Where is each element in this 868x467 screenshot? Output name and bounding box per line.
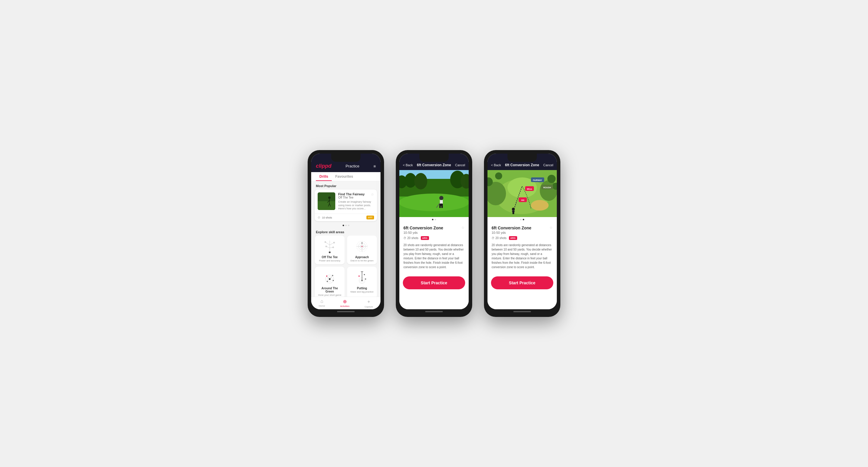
skill-card-atg[interactable]: Around The Green Hone your short game [315, 267, 345, 297]
clock-icon: ⏱ [318, 216, 320, 219]
skill-putting-desc: Make and lag practice [349, 291, 375, 293]
capture-icon: ＋ [366, 299, 371, 305]
golf-image-placeholder [318, 192, 335, 210]
phone-notch [331, 154, 361, 162]
featured-drill-footer: ⏱ 10 shots OTT [315, 213, 377, 221]
drill-description-3: 20 shots are randomly generated at dista… [492, 243, 553, 269]
phone-notch-2 [419, 154, 449, 162]
detail-title-2: 6ft Conversion Zone [417, 163, 451, 167]
cancel-button-2[interactable]: Cancel [455, 163, 465, 167]
dot-d2-1 [432, 219, 433, 220]
phone-notch-3 [507, 154, 537, 162]
home-indicator-3 [513, 311, 531, 312]
svg-rect-1 [318, 201, 335, 210]
activities-icon: ⊕ [343, 299, 347, 304]
screen-2: < Back 6ft Conversion Zone Cancel [399, 154, 469, 309]
featured-drill-desc: Create an imaginary fairway using trees … [338, 200, 374, 210]
nav-home[interactable]: ⌂ Home [319, 299, 325, 308]
svg-point-74 [512, 208, 515, 210]
featured-drill-info: Find The Fairway Off The Tee ☆ Create an… [338, 192, 374, 210]
home-label: Home [319, 305, 325, 307]
svg-point-49 [439, 196, 443, 200]
detail-content-3: Hit Miss FAIRWAY ROUGH [488, 170, 557, 309]
skill-card-putting[interactable]: Putting Make and lag practice [347, 267, 377, 297]
drill-title-2: 6ft Conversion Zone [403, 226, 443, 230]
featured-card-body: Find The Fairway Off The Tee ☆ Create an… [315, 190, 377, 213]
clock-icon-2: ⏱ [403, 236, 406, 240]
svg-point-37 [359, 275, 360, 277]
atg-icon [321, 270, 339, 285]
explore-label: Explore skill areas [311, 227, 380, 236]
screen-3: < Back 6ft Conversion Zone Cancel [488, 154, 557, 309]
phone-3: < Back 6ft Conversion Zone Cancel [484, 150, 560, 317]
svg-point-38 [364, 274, 365, 275]
detail-dots-3 [488, 217, 557, 222]
start-practice-button-2[interactable]: Start Practice [403, 276, 465, 289]
home-icon: ⌂ [320, 299, 323, 304]
start-practice-button-3[interactable]: Start Practice [491, 276, 553, 289]
svg-point-39 [365, 278, 366, 279]
svg-line-10 [330, 243, 334, 245]
svg-rect-75 [513, 210, 514, 214]
most-popular-label: Most Popular [311, 181, 380, 190]
svg-point-58 [531, 200, 549, 210]
tabs-bar: Drills Favourites [311, 172, 380, 181]
header-title: Practice [346, 164, 360, 168]
tag-arg-3: ARG [509, 236, 517, 240]
drill-meta-2: ⏱ 20 shots ARG [403, 236, 465, 240]
dot-d2-2 [435, 219, 436, 220]
cancel-button-3[interactable]: Cancel [543, 163, 553, 167]
svg-line-9 [325, 242, 330, 245]
back-button-2[interactable]: < Back [403, 163, 413, 167]
app-logo: clippd [316, 163, 332, 169]
skill-ott-desc: Power and accuracy [317, 259, 342, 262]
menu-icon[interactable]: ≡ [373, 164, 376, 169]
dot-1 [343, 225, 344, 226]
shots-meta-3: ⏱ 20 shots [492, 236, 506, 240]
detail-dots-2 [399, 217, 469, 222]
skill-card-ott[interactable]: Off The Tee Power and accuracy [315, 236, 345, 264]
svg-line-31 [330, 275, 333, 279]
skill-ott-name: Off The Tee [317, 256, 342, 259]
skill-atg-name: Around The Green [317, 287, 342, 293]
favorite-icon[interactable]: ☆ [371, 192, 374, 197]
tag-arg-2: ARG [421, 236, 429, 240]
home-indicator-1 [337, 311, 355, 312]
drill-map: Hit Miss FAIRWAY ROUGH [488, 170, 557, 217]
dot-2 [345, 225, 347, 226]
svg-text:Miss: Miss [527, 188, 532, 190]
drill-meta-3: ⏱ 20 shots ARG [492, 236, 553, 240]
shots-text: 10 shots [322, 216, 365, 219]
dot-d3-1 [520, 219, 522, 220]
dot-d3-2 [523, 219, 524, 220]
skill-atg-desc: Hone your short game [317, 294, 342, 296]
svg-line-30 [327, 276, 330, 279]
svg-point-34 [362, 280, 363, 281]
svg-text:Hit: Hit [521, 199, 525, 201]
drill-yardage-3: 10-50 yds [492, 231, 531, 234]
drill-photo [399, 170, 469, 217]
favorite-icon-3[interactable]: ☆ [550, 226, 553, 230]
tab-favourites[interactable]: Favourites [332, 172, 357, 181]
nav-activities[interactable]: ⊕ Activities [340, 299, 350, 308]
dot-3 [348, 225, 349, 226]
shots-meta-2: ⏱ 20 shots [403, 236, 418, 240]
svg-point-29 [327, 281, 328, 282]
screen-content: Most Popular [311, 181, 380, 297]
tag-ott: OTT [366, 215, 374, 220]
tab-drills[interactable]: Drills [316, 172, 332, 181]
svg-point-62 [495, 172, 502, 179]
capture-label: Capture [365, 305, 373, 308]
featured-drill-card[interactable]: Find The Fairway Off The Tee ☆ Create an… [315, 190, 377, 221]
svg-text:FAIRWAY: FAIRWAY [533, 179, 542, 181]
home-indicator-2 [425, 311, 443, 312]
favorite-icon-2[interactable]: ☆ [461, 226, 465, 230]
back-button-3[interactable]: < Back [491, 163, 501, 167]
drill-info-3: 6ft Conversion Zone 10-50 yds ☆ ⏱ 20 sho… [488, 222, 557, 273]
skill-card-approach[interactable]: Approach Dial-in to hit the green [347, 236, 377, 264]
svg-rect-51 [439, 204, 441, 208]
ott-icon [321, 239, 339, 254]
svg-point-2 [328, 197, 331, 199]
approach-icon [353, 239, 371, 254]
nav-capture[interactable]: ＋ Capture [365, 299, 373, 308]
